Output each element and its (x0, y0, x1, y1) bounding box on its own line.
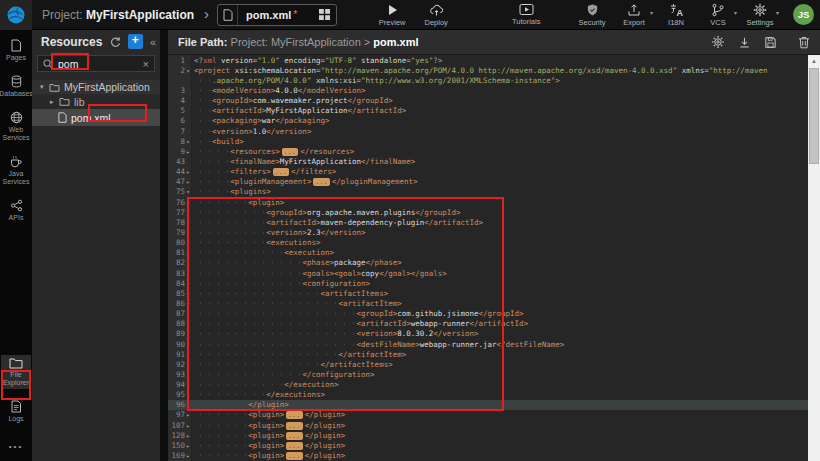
fold-open-icon[interactable]: ▾ (185, 188, 191, 195)
code-line[interactable]: 93▸ </configuration> (168, 369, 808, 379)
code-editor[interactable]: 1▸<?xml version="1.0" encoding="UTF-8" s… (168, 55, 808, 461)
code-line[interactable]: 84▾ <configuration> (168, 278, 808, 288)
code-line[interactable]: 169▸ <plugin>...</plugin> (168, 450, 808, 460)
code-line[interactable]: 89▸ <version>8.0.30.2</version> (168, 329, 808, 339)
folded-region-marker[interactable]: ... (282, 148, 298, 156)
code-line[interactable]: 88▸ <artifactId>webapp-runner</artifactI… (168, 319, 808, 329)
security-button[interactable]: Security (575, 3, 609, 27)
fold-closed-icon[interactable]: ▸ (185, 452, 191, 459)
fold-open-icon[interactable]: ▾ (185, 239, 191, 246)
code-line[interactable]: 86▾ <artifactItem> (168, 298, 808, 308)
code-line[interactable]: 77▸ <groupId>org.apache.maven.plugins</g… (168, 207, 808, 217)
i18n-button[interactable]: A I18N (659, 3, 693, 27)
fold-closed-icon[interactable]: ▸ (185, 148, 191, 155)
sidebar-item-databases[interactable]: Databases (1, 73, 31, 100)
settings-button[interactable]: ▾ Settings (743, 3, 777, 27)
export-button[interactable]: ▾ Export (617, 3, 651, 27)
folded-region-marker[interactable]: ... (286, 452, 302, 460)
fold-open-icon[interactable]: ▾ (185, 199, 191, 206)
fold-open-icon[interactable]: ▾ (185, 138, 191, 145)
vcs-button[interactable]: ▾ VCS (701, 3, 735, 27)
code-line[interactable]: 4▸ <groupId>com.wavemaker.project</group… (168, 96, 808, 106)
fold-open-icon[interactable]: ▾ (185, 67, 191, 74)
more-options-icon[interactable]: ••• (9, 442, 23, 451)
code-line[interactable]: 87▸ <groupId>com.github.jsimone</groupId… (168, 309, 808, 319)
grid-icon[interactable] (319, 9, 330, 20)
collapse-panel-icon[interactable]: « (150, 36, 156, 48)
folded-region-marker[interactable]: ... (286, 422, 302, 430)
code-line[interactable]: 2▾<project xsi:schemaLocation="http://ma… (168, 65, 808, 75)
code-line[interactable]: 47▸ <pluginManagement>...</pluginManagem… (168, 177, 808, 187)
caret-down-icon[interactable]: ▾ (40, 83, 49, 91)
scrollbar-thumb[interactable] (809, 68, 819, 164)
code-line[interactable]: 150▸ <plugin>...</plugin> (168, 440, 808, 450)
sidebar-item-apis[interactable]: APIs (1, 197, 31, 224)
tree-item-pom-xml[interactable]: pom.xml (32, 109, 160, 126)
code-line[interactable]: 94▸ </execution> (168, 380, 808, 390)
code-line[interactable]: 6▸ <packaging>war</packaging> (168, 116, 808, 126)
code-line[interactable]: 128▸ <plugin>...</plugin> (168, 430, 808, 440)
caret-right-icon[interactable]: ▸ (50, 98, 59, 106)
editor-scrollbar[interactable]: ▲ (808, 55, 820, 461)
code-line[interactable]: 83▸ <goals><goal>copy</goal></goals> (168, 268, 808, 278)
code-line[interactable]: 75▾ <plugins> (168, 187, 808, 197)
save-button[interactable] (764, 36, 777, 49)
file-settings-button[interactable] (711, 35, 725, 49)
code-line[interactable]: 90▸ <destFileName>webapp-runner.jar</des… (168, 339, 808, 349)
code-line[interactable]: 91▸ </artifactItem> (168, 349, 808, 359)
scroll-up-icon[interactable]: ▲ (808, 55, 820, 67)
fold-closed-icon[interactable]: ▸ (185, 442, 191, 449)
tree-item-lib[interactable]: ▸ lib (32, 95, 160, 108)
code-line[interactable]: 9▸ <resources>...</resources> (168, 146, 808, 156)
code-line[interactable]: 107▸ <plugin>...</plugin> (168, 420, 808, 430)
code-line[interactable]: 1▸<?xml version="1.0" encoding="UTF-8" s… (168, 55, 808, 65)
code-line[interactable]: ▸ .apache.org/POM/4.0.0" xmlns:xsi="http… (168, 75, 808, 85)
fold-closed-icon[interactable]: ▸ (185, 411, 191, 418)
tab-pom-xml[interactable]: pom.xml * (217, 4, 337, 26)
user-avatar[interactable]: JS (793, 4, 814, 25)
fold-closed-icon[interactable]: ▸ (185, 178, 191, 185)
code-line[interactable]: 7▸ <version>1.0</version> (168, 126, 808, 136)
sidebar-item-logs[interactable]: Logs (1, 398, 31, 425)
code-line[interactable]: 80▾ <executions> (168, 238, 808, 248)
tutorials-button[interactable]: Tutorials (509, 3, 543, 26)
code-line[interactable]: 79▸ <version>2.3</version> (168, 227, 808, 237)
code-line[interactable]: 44▸ <filters>...</filters> (168, 167, 808, 177)
code-line[interactable]: 43▸ <finalName>MyFirstApplication</final… (168, 156, 808, 166)
folded-region-marker[interactable]: ... (273, 168, 289, 176)
fold-closed-icon[interactable]: ▸ (185, 432, 191, 439)
fold-closed-icon[interactable]: ▸ (185, 168, 191, 175)
code-line[interactable]: 95▸ </executions> (168, 390, 808, 400)
delete-button[interactable] (798, 36, 810, 49)
preview-button[interactable]: Preview (375, 3, 409, 27)
sidebar-item-web-services[interactable]: Web Services (1, 109, 31, 144)
fold-open-icon[interactable]: ▾ (185, 300, 191, 307)
folded-region-marker[interactable]: ... (286, 432, 302, 440)
tree-item-project-root[interactable]: ▾ MyFirstApplication (32, 80, 160, 94)
search-input[interactable]: pom (58, 58, 143, 70)
fold-open-icon[interactable]: ▾ (185, 249, 191, 256)
sidebar-item-java-services[interactable]: Java Services (1, 153, 31, 188)
code-line[interactable]: 96▸ </plugin> (168, 400, 808, 410)
clear-search-icon[interactable]: × (143, 58, 149, 70)
sidebar-item-pages[interactable]: Pages (1, 37, 31, 64)
fold-closed-icon[interactable]: ▸ (185, 422, 191, 429)
app-logo[interactable] (0, 0, 32, 30)
code-line[interactable]: 92▸ </artifactItems> (168, 359, 808, 369)
code-line[interactable]: 8▾ <build> (168, 136, 808, 146)
fold-open-icon[interactable]: ▾ (185, 290, 191, 297)
code-line[interactable]: 78▸ <artifactId>maven-dependency-plugin<… (168, 217, 808, 227)
code-line[interactable]: 76▾ <plugin> (168, 197, 808, 207)
folded-region-marker[interactable]: ... (286, 411, 302, 419)
code-line[interactable]: 81▾ <execution> (168, 248, 808, 258)
download-button[interactable] (738, 36, 751, 49)
sidebar-item-file-explorer[interactable]: File Explorer (1, 355, 31, 389)
add-resource-button[interactable]: + (128, 34, 143, 49)
code-line[interactable]: 3▸ <modelVersion>4.0.0</modelVersion> (168, 85, 808, 95)
refresh-icon[interactable] (109, 36, 121, 48)
code-line[interactable]: 5▸ <artifactId>MyFirstApplication</artif… (168, 106, 808, 116)
code-line[interactable]: 85▾ <artifactItems> (168, 288, 808, 298)
resources-search[interactable]: pom × (37, 55, 155, 72)
code-line[interactable]: 82▸ <phase>package</phase> (168, 258, 808, 268)
folded-region-marker[interactable]: ... (286, 442, 302, 450)
